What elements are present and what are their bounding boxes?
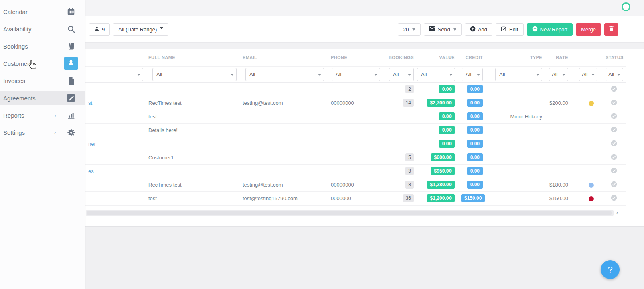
table-row[interactable]: Details here! 0.00 0.00 — [85, 123, 626, 137]
cell-color — [571, 137, 602, 151]
check-circle-icon[interactable] — [611, 183, 617, 189]
filter-phone[interactable]: All — [332, 68, 380, 81]
cell-color — [571, 191, 602, 205]
check-circle-icon[interactable] — [611, 196, 617, 202]
cell-bookings — [382, 137, 417, 151]
cell-credit: 0.00 — [458, 123, 486, 137]
value-badge: $600.00 — [431, 153, 455, 161]
cell-value: $1,280.00 — [417, 178, 458, 191]
cell-credit: $150.00 — [458, 191, 486, 205]
sidebar-item-invoices[interactable]: Invoices — [0, 74, 85, 88]
cell-full-name — [145, 82, 239, 96]
merge-button[interactable]: Merge — [576, 23, 601, 36]
customer-count-button[interactable]: 9 — [89, 23, 110, 36]
customer-name-link[interactable]: ner — [88, 141, 96, 147]
toolbar-right-group: 20 Send Add Edit — [398, 23, 618, 36]
scrollbar-thumb[interactable] — [87, 211, 612, 215]
envelope-icon — [429, 26, 435, 33]
header-full-name: FULL NAME — [145, 49, 239, 66]
filter-type[interactable]: All — [495, 68, 542, 81]
table-row[interactable]: st RecTimes test testing@test.com 000000… — [85, 96, 626, 110]
date-range-button[interactable]: All (Date Range) — [113, 23, 168, 36]
check-circle-icon[interactable] — [611, 114, 617, 120]
horizontal-scrollbar[interactable] — [86, 210, 614, 216]
check-circle-icon[interactable] — [611, 87, 617, 93]
table-row[interactable]: es 3 $950.00 0.00 — [85, 164, 626, 178]
filter-color[interactable]: All — [579, 68, 597, 81]
cell-color — [571, 164, 602, 178]
cell-full-name: test — [145, 191, 239, 205]
customer-name-link[interactable]: es — [88, 168, 94, 174]
date-range-label: All (Date Range) — [118, 26, 157, 33]
value-badge: $2,700.00 — [427, 99, 455, 107]
cell-credit: 0.00 — [458, 178, 486, 191]
sidebar-item-reports[interactable]: Reports ‹ — [0, 108, 85, 122]
check-circle-icon[interactable] — [611, 155, 617, 161]
chevron-left-icon: ‹ — [54, 112, 56, 118]
sidebar-item-calendar[interactable]: Calendar — [0, 5, 85, 18]
customer-name-link[interactable]: st — [88, 100, 92, 106]
person-icon — [94, 26, 99, 33]
credit-badge: 0.00 — [467, 85, 483, 93]
check-circle-icon[interactable] — [611, 101, 617, 107]
sidebar-item-settings[interactable]: Settings ‹ — [0, 126, 85, 139]
sidebar-item-agreements[interactable]: Agreements — [0, 91, 85, 105]
cell-phone: 00000000 — [328, 96, 382, 110]
filter-name[interactable]: All — [85, 68, 143, 81]
file-icon — [66, 76, 76, 85]
filter-rate[interactable]: All — [549, 68, 568, 81]
value-badge: 0.00 — [439, 85, 455, 93]
sidebar-item-customers[interactable]: Customers — [0, 57, 85, 70]
table-row[interactable]: test 0.00 0.00 Minor Hokcey — [85, 110, 626, 123]
top-bar — [85, 0, 644, 16]
add-button[interactable]: Add — [465, 23, 492, 36]
cell-email — [239, 123, 328, 137]
filter-status[interactable]: All — [606, 68, 623, 81]
page-size-select[interactable]: 20 — [398, 23, 420, 36]
value-badge: $1,200.00 — [427, 194, 455, 202]
customers-toolbar: 9 All (Date Range) 20 Send — [85, 16, 644, 42]
value-badge: 0.00 — [439, 112, 455, 120]
loading-spinner-icon — [622, 2, 630, 11]
sidebar-item-bookings[interactable]: Bookings — [0, 39, 85, 53]
table-row[interactable]: Customer1 5 $600.00 0.00 — [85, 151, 626, 164]
filter-bookings[interactable]: All — [389, 68, 414, 81]
cell-email — [239, 110, 328, 123]
cell-phone — [328, 110, 382, 123]
cell-bookings: 3 — [382, 164, 417, 178]
filter-value[interactable]: All — [417, 68, 455, 81]
table-row[interactable]: RecTimes test testing@test.com 00000000 … — [85, 178, 626, 191]
edit-button[interactable]: Edit — [496, 23, 523, 36]
check-circle-icon[interactable] — [611, 169, 617, 175]
table-row[interactable]: 2 0.00 0.00 — [85, 82, 626, 96]
customer-table-body: 2 0.00 0.00 st RecTimes test testing@tes… — [85, 82, 626, 205]
chevron-down-icon — [374, 74, 377, 76]
header-value: VALUE — [417, 49, 458, 66]
cell-rate: $200.00 — [545, 96, 571, 110]
header-phone: PHONE — [328, 49, 382, 66]
filter-value: All — [249, 71, 255, 77]
cell-type — [486, 123, 545, 137]
edit-label: Edit — [509, 26, 518, 33]
filter-email[interactable]: All — [245, 68, 324, 81]
table-row[interactable]: ner 0.00 0.00 — [85, 137, 626, 151]
help-button[interactable]: ? — [601, 260, 620, 279]
sidebar-item-availability[interactable]: Availability — [0, 22, 85, 36]
filter-full-name[interactable]: All — [152, 68, 237, 81]
check-circle-icon[interactable] — [611, 142, 617, 148]
check-circle-icon[interactable] — [611, 128, 617, 134]
cell-email: testing@test.com — [239, 178, 328, 191]
chevron-right-icon[interactable]: › — [616, 209, 618, 216]
filter-credit[interactable]: All — [462, 68, 483, 81]
new-report-button[interactable]: New Report — [527, 23, 573, 36]
send-button[interactable]: Send — [424, 23, 462, 36]
cell-name: ner — [85, 137, 145, 151]
cell-bookings: 5 — [382, 151, 417, 164]
plus-circle-icon — [470, 26, 476, 33]
chevron-down-icon — [536, 74, 539, 76]
filter-value: All — [552, 71, 557, 77]
table-row[interactable]: test test@testing15790.com 0000000 36 $1… — [85, 191, 626, 205]
cell-name: es — [85, 164, 145, 178]
bookings-badge: 2 — [405, 85, 414, 93]
delete-button[interactable] — [604, 23, 618, 36]
